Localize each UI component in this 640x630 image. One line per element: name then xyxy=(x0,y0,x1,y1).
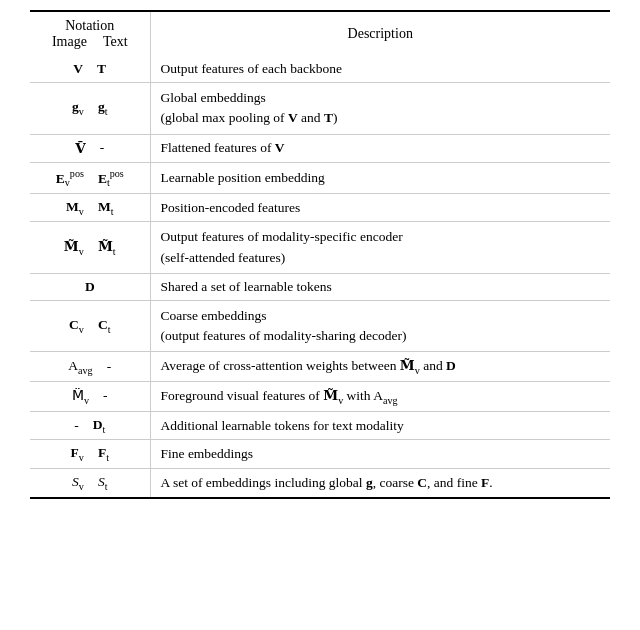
text-notation: gt xyxy=(98,99,108,117)
table-row: - Dt Additional learnable tokens for tex… xyxy=(30,411,610,440)
image-notation: Cv xyxy=(69,317,84,335)
notation-inner: D xyxy=(38,279,142,295)
table-row: M̃v M̃t Output features of modality-spec… xyxy=(30,222,610,274)
header-text-label: Text xyxy=(103,34,128,50)
table-row: gv gt Global embeddings(global max pooli… xyxy=(30,83,610,135)
desc-cell: Global embeddings(global max pooling of … xyxy=(150,83,610,135)
desc-cell: Foreground visual features of M̃v with A… xyxy=(150,382,610,412)
table-row: Sv St A set of embeddings including glob… xyxy=(30,469,610,498)
text-notation: Etpos xyxy=(98,168,124,188)
header-row-inner: Image Text xyxy=(52,34,128,50)
notation-cell: - Dt xyxy=(30,411,150,440)
notation-inner: Cv Ct xyxy=(38,317,142,335)
notation-cell: gv gt xyxy=(30,83,150,135)
text-notation: - xyxy=(107,359,112,375)
notation-cell: V̄ - xyxy=(30,134,150,162)
notation-inner: Mv Mt xyxy=(38,199,142,217)
table-container: Notation Image Text Description V T xyxy=(30,10,610,499)
table-row: V̄ - Flattened features of V xyxy=(30,134,610,162)
desc-cell: Average of cross-attention weights betwe… xyxy=(150,352,610,382)
header-notation-inner: Notation Image Text xyxy=(38,18,142,50)
table-row: Cv Ct Coarse embeddings(output features … xyxy=(30,300,610,352)
text-notation: M̃t xyxy=(98,238,116,257)
desc-cell: Output features of modality-specific enc… xyxy=(150,222,610,274)
desc-cell: Shared a set of learnable tokens xyxy=(150,273,610,300)
desc-cell: Fine embeddings xyxy=(150,440,610,469)
image-notation: M̃v xyxy=(64,238,84,257)
header-row: Notation Image Text Description xyxy=(30,11,610,56)
notation-inner: M̃v M̃t xyxy=(38,238,142,257)
desc-cell: A set of embeddings including global g, … xyxy=(150,469,610,498)
desc-cell: Coarse embeddings(output features of mod… xyxy=(150,300,610,352)
notation-inner: V T xyxy=(38,61,142,77)
text-notation: - xyxy=(103,388,108,404)
table-row: Aavg - Average of cross-attention weight… xyxy=(30,352,610,382)
notation-header: Notation Image Text xyxy=(30,11,150,56)
table-row: V T Output features of each backbone xyxy=(30,56,610,83)
table-row: Evpos Etpos Learnable position embedding xyxy=(30,162,610,193)
image-notation: V̄ xyxy=(75,140,85,157)
notation-cell: Aavg - xyxy=(30,352,150,382)
image-notation: gv xyxy=(72,99,84,117)
image-notation: V xyxy=(73,61,83,77)
notation-cell: M̃v M̃t xyxy=(30,222,150,274)
text-notation: St xyxy=(98,474,108,492)
text-notation: Ct xyxy=(98,317,111,335)
description-header: Description xyxy=(150,11,610,56)
desc-cell: Additional learnable tokens for text mod… xyxy=(150,411,610,440)
text-notation: Ft xyxy=(98,445,109,463)
image-notation: Aavg xyxy=(68,358,92,376)
notation-cell: D xyxy=(30,273,150,300)
notation-inner: Evpos Etpos xyxy=(38,168,142,188)
notation-cell: Fv Ft xyxy=(30,440,150,469)
notation-inner: - Dt xyxy=(38,417,142,435)
notation-cell: M̈v - xyxy=(30,382,150,412)
notation-table: Notation Image Text Description V T xyxy=(30,10,610,499)
notation-inner: Sv St xyxy=(38,474,142,492)
table-body: V T Output features of each backbone gv … xyxy=(30,56,610,498)
notation-inner: gv gt xyxy=(38,99,142,117)
desc-cell: Flattened features of V xyxy=(150,134,610,162)
notation-inner: Aavg - xyxy=(38,358,142,376)
text-notation: Dt xyxy=(93,417,106,435)
image-notation: Sv xyxy=(72,474,84,492)
desc-cell: Position-encoded features xyxy=(150,193,610,222)
desc-cell: Output features of each backbone xyxy=(150,56,610,83)
notation-cell: Mv Mt xyxy=(30,193,150,222)
notation-cell: V T xyxy=(30,56,150,83)
image-notation: - xyxy=(74,418,79,434)
notation-inner: M̈v - xyxy=(38,387,142,406)
table-row: D Shared a set of learnable tokens xyxy=(30,273,610,300)
header-notation-label: Notation xyxy=(65,18,114,34)
desc-cell: Learnable position embedding xyxy=(150,162,610,193)
image-notation: Mv xyxy=(66,199,84,217)
text-notation: T xyxy=(97,61,106,77)
image-notation: Evpos xyxy=(56,168,84,188)
image-notation: D xyxy=(85,279,95,295)
text-notation: Mt xyxy=(98,199,114,217)
notation-cell: Sv St xyxy=(30,469,150,498)
table-row: M̈v - Foreground visual features of M̃v … xyxy=(30,382,610,412)
table-row: Fv Ft Fine embeddings xyxy=(30,440,610,469)
notation-cell: Evpos Etpos xyxy=(30,162,150,193)
notation-inner: Fv Ft xyxy=(38,445,142,463)
notation-inner: V̄ - xyxy=(38,140,142,157)
notation-cell: Cv Ct xyxy=(30,300,150,352)
table-row: Mv Mt Position-encoded features xyxy=(30,193,610,222)
image-notation: Fv xyxy=(71,445,84,463)
text-notation: - xyxy=(100,140,105,156)
header-image-label: Image xyxy=(52,34,87,50)
image-notation: M̈v xyxy=(72,387,89,406)
